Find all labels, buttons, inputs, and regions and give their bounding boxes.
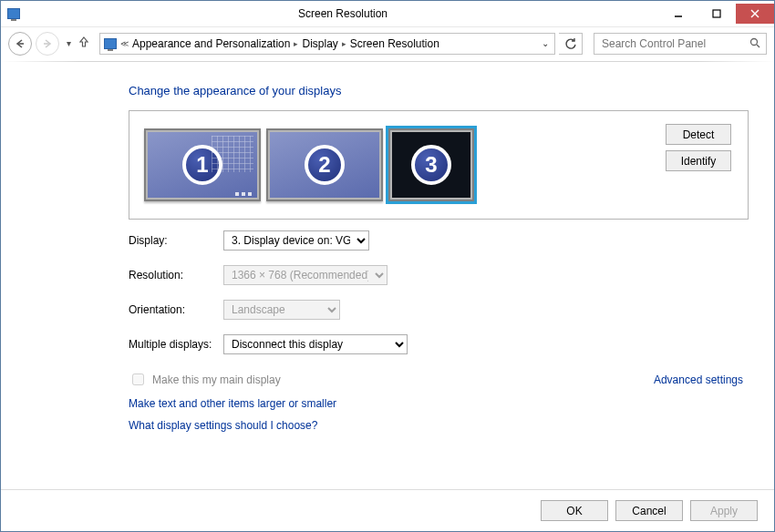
detect-button[interactable]: Detect [666, 124, 731, 145]
chevron-right-icon: ≪ [120, 39, 129, 48]
search-input[interactable] [600, 36, 749, 51]
search-icon[interactable] [749, 36, 760, 52]
monitor-number: 3 [411, 145, 451, 185]
control-panel-icon [104, 38, 117, 49]
chevron-right-icon: ▸ [342, 39, 346, 48]
display-arrangement-box[interactable]: 1 2 3 Detect Identify [129, 110, 749, 220]
back-button[interactable] [8, 32, 32, 56]
breadcrumb-display[interactable]: Display [302, 37, 337, 50]
identify-button[interactable]: Identify [666, 150, 731, 171]
window-controls [659, 4, 774, 24]
orientation-select: Landscape [223, 300, 340, 320]
main-display-checkbox [132, 373, 144, 385]
arrangement-buttons: Detect Identify [666, 124, 731, 171]
svg-rect-1 [713, 10, 720, 17]
window-title: Screen Resolution [26, 7, 659, 20]
navbar: ▾ ≪ Appearance and Personalization ▸ Dis… [1, 26, 774, 59]
monitor-list: 1 2 3 [144, 128, 474, 201]
address-bar[interactable]: ≪ Appearance and Personalization ▸ Displ… [99, 33, 555, 55]
monitor-number: 2 [305, 145, 345, 185]
monitor-3[interactable]: 3 [388, 128, 474, 201]
cancel-button[interactable]: Cancel [615, 500, 683, 521]
maximize-button[interactable] [698, 4, 736, 24]
display-label: Display: [129, 234, 223, 247]
recent-dropdown[interactable]: ▾ [63, 38, 74, 48]
desktop-icon [212, 136, 253, 172]
taskbar-icon [235, 192, 252, 196]
resolution-label: Resolution: [129, 269, 223, 281]
monitor-2[interactable]: 2 [266, 128, 383, 201]
app-icon [1, 1, 26, 26]
apply-button: Apply [690, 500, 758, 521]
breadcrumb-screen-resolution[interactable]: Screen Resolution [350, 37, 439, 50]
resolution-select: 1366 × 768 (Recommended) [223, 265, 388, 285]
up-button[interactable] [78, 36, 90, 52]
address-dropdown[interactable]: ⌄ [540, 38, 551, 48]
main-display-label: Make this my main display [152, 373, 281, 386]
forward-button[interactable] [36, 32, 59, 56]
svg-point-6 [751, 38, 758, 45]
window: Screen Resolution ▾ ≪ Appearance and Per… [0, 0, 775, 532]
content-area: Change the appearance of your displays 1… [1, 62, 774, 489]
multiple-displays-select[interactable]: Disconnect this display [223, 334, 408, 354]
page-title: Change the appearance of your displays [129, 84, 749, 97]
advanced-settings-link[interactable]: Advanced settings [654, 373, 743, 386]
monitor-1[interactable]: 1 [144, 128, 261, 201]
search-box[interactable] [594, 33, 767, 55]
refresh-button[interactable] [559, 33, 583, 55]
breadcrumb-appearance[interactable]: Appearance and Personalization [132, 37, 290, 50]
footer: OK Cancel Apply [1, 489, 774, 531]
chevron-right-icon: ▸ [294, 39, 298, 48]
text-size-link[interactable]: Make text and other items larger or smal… [129, 397, 749, 410]
svg-line-7 [757, 45, 760, 47]
close-button[interactable] [736, 4, 774, 24]
multiple-displays-label: Multiple displays: [129, 338, 223, 351]
help-link[interactable]: What display settings should I choose? [129, 419, 749, 432]
minimize-button[interactable] [659, 4, 698, 24]
orientation-label: Orientation: [129, 303, 223, 316]
titlebar: Screen Resolution [1, 1, 774, 26]
ok-button[interactable]: OK [541, 500, 608, 521]
display-select[interactable]: 3. Display device on: VGA [223, 230, 369, 251]
